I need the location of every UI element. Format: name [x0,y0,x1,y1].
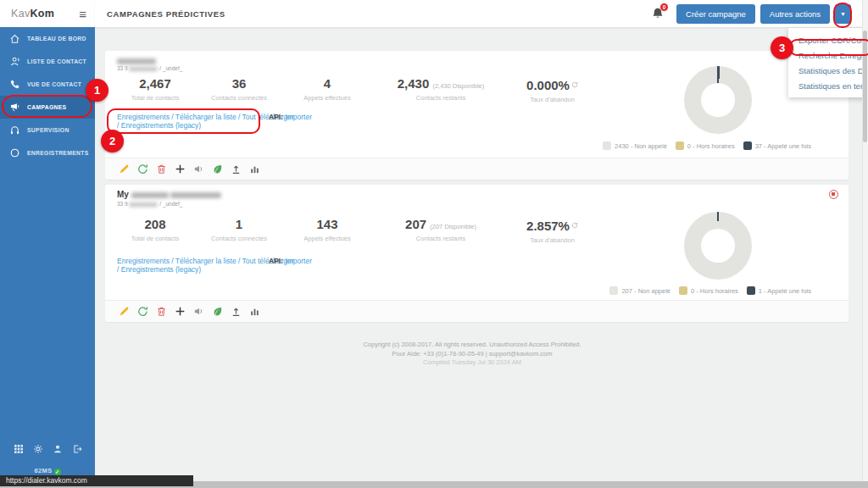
stat-contacts-connectes: 1 Contacts connectés [193,217,285,244]
notifications-button[interactable]: 0 [651,7,665,20]
stat-label: Contacts connectés [193,235,285,242]
legend-label: 1 - Appelé une fois [759,287,811,295]
campaign-subtitle: 33 9 / _undef_ [117,201,182,207]
eco-button[interactable] [212,164,223,175]
legend-label: 207 - Non appelé [621,287,670,295]
menu-item-recherche-enregistrements[interactable]: Recherche Enregistrements [788,47,868,63]
logout-icon[interactable] [72,442,82,452]
refresh-button[interactable] [137,306,148,317]
refresh-icon [137,164,148,175]
statistics-button[interactable] [249,164,260,175]
legend-item: 1 - Appelé une fois [747,286,811,295]
stop-campaign-icon[interactable] [829,190,838,199]
refresh-rate-icon[interactable] [571,76,578,83]
links-line2[interactable]: / Enregistrements (legacy) [117,121,201,130]
edit-button[interactable] [119,306,130,317]
latency-value: 62MS [34,467,52,474]
add-button[interactable] [175,164,186,175]
subtitle-prefix: 33 9 [117,201,128,207]
upload-button[interactable] [231,164,242,175]
stat-value: 208 [117,217,193,231]
legend-swatch-hors-horaires [679,286,687,295]
stat-total-contacts: 2,467 Total de contacts [117,76,193,103]
legend-label: 0 - Hors horaires [691,287,738,295]
edit-button[interactable] [119,164,130,175]
other-actions-menu: Exporter CDR/Contacts Recherche Enregist… [788,28,868,97]
campaign-card-2: My 33 9 / _undef_ 208 Total de contacts … [105,185,849,322]
stat-extra: (2,430 Disponible) [432,82,484,90]
menu-item-statistiques-did[interactable]: Statistiques des DID [788,63,868,78]
stat-label: Contacts restants [370,94,512,102]
pencil-icon [119,306,130,317]
delete-button[interactable] [156,164,167,175]
donut-legend: 207 - Non appelé 0 - Hors horaires 1 - A… [609,286,811,295]
copyright-line: Copyright (c) 2008-2017. All rights rese… [95,341,849,350]
delete-button[interactable] [156,306,167,317]
trash-icon [156,164,167,175]
stat-label: Contacts connectés [193,94,285,102]
scrollbar-thumb[interactable] [863,30,867,142]
stat-value: 36 [193,76,285,91]
notification-badge: 0 [660,3,668,11]
legend-swatch-non-appele [603,141,611,150]
legend-label: 0 - Hors horaires [687,142,735,150]
stat-appels-effectues: 4 Appels effectués [285,76,370,103]
api-import-link[interactable]: Importer [285,113,312,121]
sidebar-item-label: ENREGISTREMENTS [27,150,88,156]
api-import: API: Importer [269,113,312,121]
stat-label: Appels effectués [285,235,370,242]
scrollbar-track[interactable] [862,0,868,488]
legend-item: 2430 - Non appelé [603,141,667,150]
check-icon: ✓ [54,469,61,475]
statistics-button[interactable] [249,306,260,317]
links-line1[interactable]: Enregistrements / Télécharger la liste /… [117,257,294,265]
stat-label: Total de contacts [117,235,193,242]
campaign-links[interactable]: Enregistrements / Télécharger la liste /… [117,113,294,130]
chevron-down-icon: ▼ [840,11,846,17]
sidebar-item-enregistrements[interactable]: ENREGISTREMENTS [0,141,95,164]
speaker-icon [193,164,204,175]
stat-label: Appels effectués [285,94,370,102]
api-label: API: [269,257,283,265]
stat-value: 2,430 [398,76,430,91]
stat-label: Taux d'abandon [512,236,593,244]
stat-appels-effectues: 143 Appels effectués [285,217,370,244]
menu-item-exporter-cdr[interactable]: Exporter CDR/Contacts [788,32,868,47]
megaphone-icon [9,102,20,113]
api-import-link[interactable]: Importer [285,257,312,265]
sidebar-item-liste-de-contact[interactable]: LISTE DE CONTACT [0,50,95,73]
brand-suffix: Kom [30,8,54,19]
dialpad-icon[interactable] [14,442,24,452]
other-actions-caret-button[interactable]: ▼ [835,4,851,24]
campaign-title-redacted [117,56,156,65]
links-line2[interactable]: / Enregistrements (legacy) [117,265,201,274]
sidebar-item-tableau-de-bord[interactable]: TABLEAU DE BORD [0,27,95,50]
links-line1[interactable]: Enregistrements / Télécharger la liste /… [117,113,294,121]
refresh-button[interactable] [137,164,148,175]
sidebar-item-supervision[interactable]: SUPERVISION [0,119,95,141]
audio-button[interactable] [193,164,204,175]
stat-value: 2.857% [526,219,570,233]
audio-button[interactable] [193,306,204,317]
stat-label: Contacts restants [370,235,512,242]
campaign-links[interactable]: Enregistrements / Télécharger la liste /… [117,257,294,274]
legend-item: 0 - Hors horaires [679,286,738,295]
sidebar-item-label: VUE DE CONTACT [27,81,81,87]
gear-icon[interactable] [33,442,43,452]
refresh-rate-icon[interactable] [571,217,578,224]
create-campaign-button[interactable]: Créer campagne [676,4,755,24]
page-title: CAMPAGNES PRÉDICTIVES [107,9,225,19]
topbar: CAMPAGNES PRÉDICTIVES 0 Créer campagne A… [95,0,868,27]
eco-button[interactable] [212,306,223,317]
sidebar-item-vue-de-contact[interactable]: VUE DE CONTACT [0,73,95,96]
brand-logo: KavKom [11,8,54,19]
menu-item-statistiques-temps-reel[interactable]: Statistiques en temps réel [788,78,868,93]
upload-button[interactable] [231,306,242,317]
other-actions-button[interactable]: Autres actions [760,4,830,24]
user-icon[interactable] [53,442,63,452]
hamburger-menu-icon[interactable]: ≡ [79,8,86,20]
stat-contacts-connectes: 36 Contacts connectés [193,76,285,103]
add-button[interactable] [175,306,186,317]
leaf-icon [212,164,223,175]
sidebar-item-campagnes[interactable]: CAMPAGNES [0,96,95,119]
